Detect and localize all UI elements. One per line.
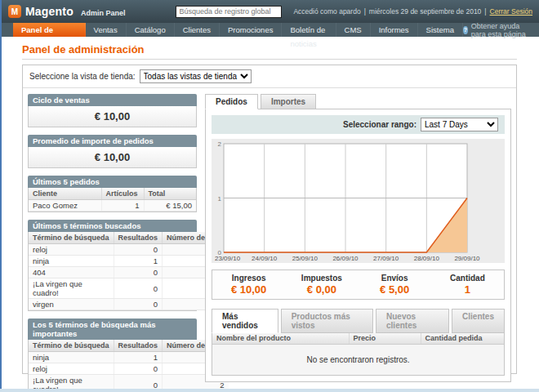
page-bottom-border [0,389,539,392]
grid-tabs: Más vendidos Productos más vistos Nuevos… [212,309,505,332]
stat-value: 1 [431,283,504,296]
tab-new-customers[interactable]: Nuevos clientes [376,309,449,333]
table-cell: ¡La virgen que cuadro! [29,278,114,299]
range-bar: Seleccionar rango: Last 7 Days [212,115,505,134]
column-header[interactable]: Artículos [101,188,144,200]
nav-item-catalog[interactable]: Catálogo [127,23,175,37]
x-axis-label: 26/09/10 [332,255,359,262]
store-view-bar: Seleccione la vista de tienda: Todas las… [23,65,516,88]
dashboard-main: Pedidos Importes Seleccionar rango: Last… [205,94,511,392]
x-axis-label: 24/09/10 [252,255,278,262]
last-search-terms-widget: Últimos 5 términos buscados Término de b… [28,220,197,311]
column-header[interactable]: Cliente [29,188,101,200]
help-label: Obtener ayuda para esta página [471,22,531,38]
table-row: reloj02 [29,244,229,256]
last-orders-widget: Últimos 5 pedidos ClienteArtículosTotal … [28,176,197,212]
global-search-input[interactable] [176,6,282,18]
page-content: Panel de administración Seleccione la vi… [0,37,539,374]
tab-amounts[interactable]: Importes [261,94,316,109]
nav-item-dashboard[interactable]: Panel de administración [13,23,86,37]
table-row: virgen01 [29,299,229,310]
nav-item-customers[interactable]: Clientes [175,23,220,37]
logged-in-as: Accedió como apardo [293,7,360,16]
nav-item-sales[interactable]: Ventas [86,23,127,37]
column-header[interactable]: Término de búsqueda [29,232,114,244]
total-quantity: Cantidad 1 [431,274,504,296]
tab-customers[interactable]: Clientes [452,309,505,333]
average-orders-widget: Promedio de importe de pedidos € 10,00 [28,135,197,168]
table-cell: 0 [114,278,163,299]
range-label: Seleccionar rango: [343,120,416,129]
total-revenue: Ingresos € 10,00 [212,274,285,296]
widget-title: Los 5 términos de búsqueda más important… [28,318,197,340]
tab-bestsellers[interactable]: Más vendidos [212,309,278,333]
table-cell: € 15,00 [144,200,196,212]
top-search-terms-table: Término de búsquedaResultadosNúmero de u… [29,340,229,392]
logo-name: Magento [25,5,74,18]
x-axis-label: 27/09/10 [373,255,399,262]
table-cell: 0 [114,244,163,256]
column-header[interactable]: Término de búsqueda [29,340,114,352]
table-cell: reloj [29,244,114,256]
table-row: Paco Gomez1€ 15,00 [29,200,196,212]
table-cell: 0 [114,299,163,310]
current-date: miércoles 29 de septiembre de 2010 [369,7,482,16]
range-select[interactable]: Last 7 Days [421,118,498,131]
help-icon: ? [463,26,468,34]
nav-item-cms[interactable]: CMS [336,23,371,37]
logout-link[interactable]: Cerrar Sesión [490,7,532,16]
y-axis-label: 2 [218,140,222,148]
stat-value: € 5,00 [359,283,431,296]
separator: | [364,7,366,16]
tab-orders[interactable]: Pedidos [205,94,258,109]
header-user-info: Accedió como apardo | miércoles 29 de se… [293,7,532,16]
lifetime-sales-value: € 10,00 [29,106,196,127]
widget-title: Últimos 5 términos buscados [28,220,197,232]
chart-panel: Seleccionar rango: Last 7 Days 01223/09/… [205,109,511,382]
stat-value: € 0,00 [285,283,358,296]
totals-bar: Ingresos € 10,00 Impuestos € 0,00 Envíos… [212,270,505,300]
stat-label: Envíos [359,274,431,283]
page-title: Panel de administración [22,43,517,60]
nav-item-newsletter[interactable]: Boletín de noticias [282,23,336,37]
chart-tabs: Pedidos Importes [205,94,511,109]
stat-label: Cantidad [431,274,504,283]
last-search-terms-table: Término de búsquedaResultadosNúmero de u… [29,232,229,310]
tab-most-viewed[interactable]: Productos más vistos [281,309,373,333]
average-orders-value: € 10,00 [29,147,196,167]
table-cell: 1 [114,352,163,363]
logo-subtitle: Admin Panel [81,9,126,17]
dashboard-container: Seleccione la vista de tienda: Todas las… [22,65,517,374]
nav-item-reports[interactable]: Informes [371,23,418,37]
widget-title: Ciclo de ventas [28,94,197,106]
header: M Magento Admin Panel Accedió como apard… [0,0,539,23]
widget-title: Últimos 5 pedidos [28,176,197,188]
magento-logo-icon: M [8,5,21,18]
orders-chart: 01223/09/1024/09/1025/09/1026/09/1027/09… [212,139,505,263]
table-row: 40401 [29,267,229,278]
table-cell: 0 [114,267,163,278]
store-view-label: Seleccione la vista de tienda: [29,72,136,81]
get-help-link[interactable]: ? Obtener ayuda para esta página [463,23,539,37]
table-cell: ninja [29,256,114,267]
total-tax: Impuestos € 0,00 [285,274,358,296]
last-orders-table: ClienteArtículosTotal Paco Gomez1€ 15,00 [29,188,196,212]
table-cell: ninja [29,352,114,363]
nav-item-system[interactable]: Sistema [418,23,463,37]
stat-label: Impuestos [285,274,358,283]
table-row: ninja110 [29,352,229,363]
column-header[interactable]: Precio [349,332,421,345]
empty-records-message: No se encontraron registros. [212,345,504,376]
magento-logo: M Magento Admin Panel [8,5,125,18]
stat-value: € 10,00 [212,283,285,296]
column-header[interactable]: Resultados [114,340,163,352]
nav-item-promotions[interactable]: Promociones [220,23,282,37]
widget-title: Promedio de importe de pedidos [28,135,197,147]
bestsellers-grid: Nombre del producto Precio Cantidad pedi… [212,332,505,376]
column-header[interactable]: Cantidad pedida [421,332,504,345]
column-header[interactable]: Resultados [114,232,163,244]
column-header[interactable]: Total [144,188,196,200]
store-view-select[interactable]: Todas las vistas de tienda [140,69,252,83]
table-cell: 1 [101,200,144,212]
column-header[interactable]: Nombre del producto [212,332,349,345]
